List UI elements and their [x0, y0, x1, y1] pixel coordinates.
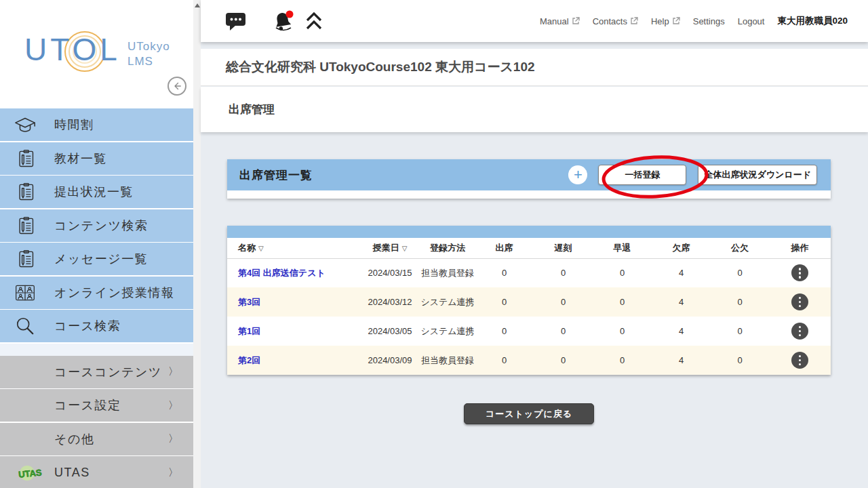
header-late: 遅刻 [534, 238, 593, 258]
row-actions-kebab-button[interactable] [791, 293, 808, 310]
sidebar-item-course-settings[interactable]: コース設定 〉 [0, 389, 193, 422]
session-link[interactable]: 第1回 [238, 326, 260, 336]
cell-present: 0 [475, 287, 534, 317]
section-title-bar: 出席管理 [201, 87, 868, 132]
cell-actions [769, 258, 831, 287]
sidebar-scrollbar[interactable] [193, 0, 201, 488]
chevron-right-icon: 〉 [168, 365, 178, 378]
row-actions-kebab-button[interactable] [791, 264, 808, 281]
chevron-right-icon: 〉 [168, 432, 178, 445]
sort-icon: ▽ [402, 245, 408, 252]
cell-present: 0 [475, 346, 534, 375]
contacts-link[interactable]: Contacts [593, 16, 638, 26]
back-to-course-top-button[interactable]: コーストップに戻る [464, 403, 594, 424]
cell-excused-absence: 0 [711, 258, 769, 287]
header-absent: 欠席 [652, 238, 711, 258]
external-link-icon [672, 17, 680, 25]
cell-class-date: 2024/03/15 [359, 258, 420, 287]
scroll-up-arrow-icon[interactable] [195, 3, 200, 7]
topbar-icons [225, 9, 323, 33]
main-content: Manual Contacts Help [201, 0, 868, 488]
cell-absent: 4 [652, 317, 711, 346]
session-link[interactable]: 第2回 [238, 355, 260, 365]
header-registration-method: 登録方法 [420, 238, 475, 258]
notification-dot [286, 11, 294, 18]
sidebar-item-materials[interactable]: 教材一覧 [0, 142, 193, 175]
manual-link[interactable]: Manual [540, 16, 580, 26]
add-session-button[interactable]: + [568, 165, 587, 184]
sidebar-item-submission-status[interactable]: 提出状況一覧 [0, 176, 193, 208]
sidebar-item-course-contents[interactable]: コースコンテンツ 〉 [0, 356, 193, 388]
sidebar-item-others[interactable]: その他 〉 [0, 423, 193, 455]
header-excused-absence: 公欠 [711, 238, 769, 258]
cell-present: 0 [475, 317, 534, 346]
cell-name: 第2回 [227, 346, 359, 375]
attendance-table-block: 名称▽ 授業日▽ 登録方法 出席 遅刻 早退 欠席 公欠 操作 第4回 出席送信… [227, 226, 831, 375]
back-button-container: コーストップに戻る [227, 403, 831, 424]
sidebar-item-course-search[interactable]: コース検索 [0, 310, 193, 342]
cell-absent: 4 [652, 287, 711, 317]
download-all-attendance-button[interactable]: 全体出席状況ダウンロード [698, 165, 817, 185]
cell-excused-absence: 0 [711, 346, 769, 375]
collapse-header-icon[interactable] [305, 12, 323, 30]
sidebar-item-utas[interactable]: UTAS UTAS 〉 [0, 456, 193, 488]
header-name[interactable]: 名称▽ [227, 238, 359, 258]
cell-early-leave: 0 [593, 287, 652, 317]
utol-logo: UTOL [24, 34, 121, 65]
row-actions-kebab-button[interactable] [791, 352, 808, 369]
sidebar-divider [0, 344, 193, 356]
cell-registration-method: システム連携 [420, 287, 475, 317]
cell-absent: 4 [652, 258, 711, 287]
sidebar-item-online-class-info[interactable]: オンライン授業情報 [0, 277, 193, 309]
clipboard-icon [12, 249, 38, 269]
table-row: 第4回 出席送信テスト 2024/03/15 担当教員登録 0 0 0 4 0 [227, 258, 831, 287]
settings-link[interactable]: Settings [693, 16, 725, 26]
sidebar-item-content-search[interactable]: コンテンツ検索 [0, 209, 193, 242]
table-row: 第2回 2024/03/09 担当教員登録 0 0 0 4 0 [227, 346, 831, 375]
header-class-date[interactable]: 授業日▽ [359, 238, 420, 258]
username-label: 東大用教職員020 [777, 15, 848, 27]
notification-bell-icon[interactable] [271, 9, 296, 33]
sidebar-collapse-button[interactable] [167, 77, 186, 96]
header-early-leave: 早退 [593, 238, 652, 258]
table-top-bar [227, 226, 831, 238]
sidebar-item-timetable[interactable]: 時間割 [0, 108, 193, 141]
cell-class-date: 2024/03/12 [359, 287, 420, 317]
session-link[interactable]: 第4回 出席送信テスト [238, 268, 326, 278]
search-icon [12, 316, 38, 336]
utas-logo: UTAS [18, 463, 43, 482]
online-class-icon [12, 283, 38, 302]
sidebar: UTOL UTokyo LMS 時間割 [0, 0, 193, 488]
header-actions: 操作 [769, 238, 831, 258]
bulk-register-button[interactable]: 一括登録 [598, 165, 686, 185]
cell-early-leave: 0 [593, 317, 652, 346]
clipboard-icon [12, 148, 38, 169]
cell-late: 0 [534, 317, 593, 346]
row-actions-kebab-button[interactable] [791, 323, 808, 340]
arrow-left-icon [171, 80, 183, 92]
topbar: Manual Contacts Help [201, 0, 868, 42]
cell-excused-absence: 0 [711, 317, 769, 346]
cell-name: 第1回 [227, 317, 359, 346]
course-title-bar: 総合文化研究科 UTokyoCourse102 東大用コース102 [201, 49, 868, 86]
plus-icon: + [574, 167, 583, 182]
cell-actions [769, 317, 831, 346]
messages-icon[interactable] [225, 11, 247, 31]
session-link[interactable]: 第3回 [238, 297, 260, 307]
help-link[interactable]: Help [651, 16, 680, 26]
chevron-right-icon: 〉 [168, 399, 178, 412]
external-link-icon [572, 17, 580, 25]
cell-name: 第3回 [227, 287, 359, 317]
cell-registration-method: システム連携 [420, 317, 475, 346]
logo-area: UTOL UTokyo LMS [0, 0, 193, 108]
svg-text:UTAS: UTAS [18, 467, 42, 480]
sidebar-item-messages[interactable]: メッセージ一覧 [0, 243, 193, 275]
external-link-icon [630, 17, 638, 25]
logout-link[interactable]: Logout [738, 16, 765, 26]
chevron-right-icon: 〉 [168, 466, 178, 479]
attendance-panel-header: 出席管理一覧 + 一括登録 全体出席状況ダウンロード [227, 159, 831, 190]
sort-icon: ▽ [258, 245, 264, 252]
utol-lms-page: UTOL UTokyo LMS 時間割 [0, 0, 868, 488]
cell-class-date: 2024/03/05 [359, 317, 420, 346]
cell-registration-method: 担当教員登録 [420, 258, 475, 287]
